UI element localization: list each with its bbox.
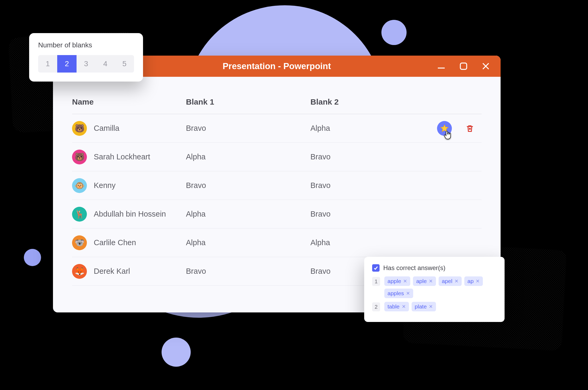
answer-chip[interactable]: plate✕ (412, 302, 436, 311)
answer-chip-label: aple (416, 278, 427, 284)
blanks-option-5[interactable]: 5 (115, 55, 134, 73)
answer-chip-label: apple (387, 278, 401, 284)
star-button[interactable] (437, 121, 452, 136)
name-cell: 🐻Sarah Lockheart (72, 143, 183, 171)
decor-dot (24, 249, 41, 266)
decor-dot (381, 20, 407, 45)
svg-rect-1 (460, 63, 467, 69)
window-title: Presentation - Powerpoint (223, 61, 331, 71)
table-row: 🐻CamillaBravoAlpha (72, 114, 482, 143)
blanks-option-2[interactable]: 2 (57, 55, 76, 73)
has-correct-answers-checkbox[interactable] (372, 264, 380, 272)
name-cell: 🐨Carlile Chen (72, 228, 183, 257)
delete-button[interactable] (465, 123, 475, 134)
blank1-value: Alpha (183, 200, 308, 228)
student-name: Abdullah bin Hossein (94, 210, 166, 218)
blanks-option-1[interactable]: 1 (38, 55, 57, 73)
avatar: 🦊 (72, 264, 87, 279)
remove-chip-icon[interactable]: ✕ (429, 304, 433, 310)
answer-chip-label: apples (387, 290, 404, 297)
column-header-name: Name (72, 97, 183, 114)
answer-chip[interactable]: ap✕ (464, 276, 483, 286)
answer-chip[interactable]: table✕ (384, 302, 409, 311)
answer-group-number: 1 (372, 277, 380, 286)
decor-dot (162, 338, 191, 367)
answer-group-number: 2 (372, 302, 380, 311)
answer-group: 2table✕plate✕ (372, 302, 497, 311)
blanks-count-segmented: 12345 (38, 55, 134, 73)
blank2-value: Bravo (308, 143, 423, 171)
avatar: 🐵 (72, 178, 87, 193)
remove-chip-icon[interactable]: ✕ (429, 278, 433, 284)
blank2-value: Bravo (308, 200, 423, 228)
name-cell: 🐻Camilla (72, 114, 183, 143)
name-cell: 🦌Abdullah bin Hossein (72, 200, 183, 228)
answer-chip[interactable]: apples✕ (384, 289, 413, 298)
answer-chips: apple✕aple✕apel✕ap✕apples✕ (384, 276, 497, 298)
answer-chip-label: table (387, 303, 400, 310)
window-controls (436, 56, 491, 77)
answer-chip-label: ap (467, 278, 474, 284)
blanks-option-3[interactable]: 3 (77, 55, 96, 73)
row-actions-cell (423, 114, 482, 143)
blank1-value: Bravo (183, 171, 308, 200)
table-row: 🐵KennyBravoBravo (72, 171, 482, 200)
remove-chip-icon[interactable]: ✕ (403, 278, 407, 284)
blank2-value: Alpha (308, 228, 423, 257)
row-actions-cell (423, 228, 482, 257)
cursor-hand-icon (443, 130, 453, 142)
avatar: 🐻 (72, 150, 87, 164)
table-row: 🦌Abdullah bin HosseinAlphaBravo (72, 200, 482, 228)
answer-chip[interactable]: apple✕ (384, 276, 410, 286)
row-actions-cell (423, 143, 482, 171)
remove-chip-icon[interactable]: ✕ (455, 278, 458, 284)
row-actions-cell (423, 200, 482, 228)
avatar: 🦌 (72, 207, 87, 222)
blanks-count-card: Number of blanks 12345 (29, 33, 143, 82)
minimize-button[interactable] (436, 61, 446, 71)
column-header-blank2: Blank 2 (308, 97, 423, 114)
maximize-button[interactable] (459, 61, 468, 71)
has-correct-answers-label: Has correct answer(s) (383, 264, 446, 272)
blank2-value: Bravo (308, 171, 423, 200)
remove-chip-icon[interactable]: ✕ (476, 278, 480, 284)
student-name: Carlile Chen (94, 238, 136, 247)
column-header-blank1: Blank 1 (183, 97, 308, 114)
answer-group: 1apple✕aple✕apel✕ap✕apples✕ (372, 276, 497, 298)
row-actions-cell (423, 171, 482, 200)
answer-chip[interactable]: aple✕ (413, 276, 436, 286)
blank2-value: Alpha (308, 114, 423, 143)
correct-answers-card: Has correct answer(s) 1apple✕aple✕apel✕a… (364, 257, 505, 322)
student-name: Kenny (94, 181, 115, 190)
avatar: 🐻 (72, 121, 87, 136)
blank1-value: Bravo (183, 114, 308, 143)
blanks-option-4[interactable]: 4 (96, 55, 115, 73)
blanks-count-label: Number of blanks (38, 41, 134, 49)
answer-chip[interactable]: apel✕ (439, 276, 462, 286)
avatar: 🐨 (72, 235, 87, 250)
remove-chip-icon[interactable]: ✕ (402, 304, 406, 310)
blank1-value: Alpha (183, 143, 308, 171)
blank1-value: Alpha (183, 228, 308, 257)
answer-chip-label: apel (442, 278, 452, 284)
remove-chip-icon[interactable]: ✕ (406, 290, 410, 296)
answer-chips: table✕plate✕ (384, 302, 436, 311)
close-button[interactable] (481, 61, 491, 71)
table-row: 🐨Carlile ChenAlphaAlpha (72, 228, 482, 257)
answer-chip-label: plate (415, 303, 427, 310)
name-cell: 🐵Kenny (72, 171, 183, 200)
student-name: Derek Karl (94, 267, 130, 276)
student-name: Camilla (94, 124, 119, 133)
name-cell: 🦊Derek Karl (72, 257, 183, 286)
table-row: 🐻Sarah LockheartAlphaBravo (72, 143, 482, 171)
student-name: Sarah Lockheart (94, 153, 150, 161)
blank1-value: Bravo (183, 257, 308, 286)
